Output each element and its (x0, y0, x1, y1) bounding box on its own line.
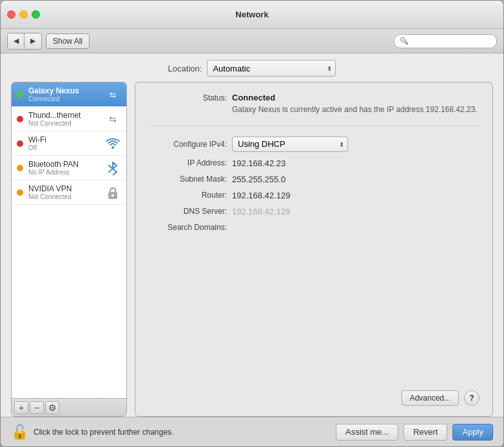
item-name-nvidia-vpn: NVIDIA VPN (28, 184, 99, 193)
item-status-wifi: Off (28, 144, 99, 151)
configure-select-wrapper: Using DHCP Manually Using BootP Off ⬍ (232, 137, 348, 152)
svg-rect-2 (111, 195, 114, 196)
vpn-lock-icon (104, 186, 121, 199)
status-row: Status: Connected Galaxy Nexus is curren… (148, 93, 480, 115)
router-row: Router: 192.168.42.129 (148, 191, 480, 200)
item-text-nvidia-vpn: NVIDIA VPN Not Connected (28, 184, 99, 200)
network-window: Network ◀ ▶ Show All 🔍 Location: Automat… (0, 0, 504, 447)
add-network-button[interactable]: + (14, 401, 28, 414)
toolbar: ◀ ▶ Show All 🔍 (1, 29, 503, 53)
location-select-wrapper: Automatic Edit Locations... ⬍ (207, 60, 336, 77)
maximize-button[interactable] (32, 10, 40, 19)
detail-panel: Status: Connected Galaxy Nexus is curren… (135, 82, 493, 417)
back-button[interactable]: ◀ (8, 33, 24, 49)
router-label: Router: (148, 191, 232, 200)
item-status-thunderbolt: Not Connected (28, 120, 99, 127)
dns-server-label: DNS Server: (148, 207, 232, 216)
galaxy-nexus-icon: ⇆ (104, 88, 121, 101)
bluetooth-icon (104, 162, 121, 175)
ip-address-row: IP Address: 192.168.42.23 (148, 158, 480, 168)
status-dot-red-wifi (17, 140, 23, 147)
item-status-bluetooth-pan: No IP Address (28, 169, 99, 176)
dns-server-value: 192.168.42.129 (232, 207, 290, 216)
status-value: Connected (232, 93, 478, 102)
advanced-button[interactable]: Advanced... (402, 390, 459, 406)
content-area: Galaxy Nexus Connected ⇆ Thund...thernet… (1, 82, 503, 417)
traffic-lights (7, 10, 40, 19)
search-input[interactable] (411, 37, 491, 46)
subnet-mask-label: Subnet Mask: (148, 175, 232, 184)
location-bar: Location: Automatic Edit Locations... ⬍ (1, 53, 503, 82)
subnet-mask-row: Subnet Mask: 255.255.255.0 (148, 175, 480, 184)
help-button[interactable]: ? (464, 390, 480, 406)
status-dot-red-thd (17, 116, 23, 122)
status-dot-orange-bt (17, 165, 23, 171)
status-dot-orange-vpn (17, 189, 23, 196)
configure-ipv4-select[interactable]: Using DHCP Manually Using BootP Off (232, 137, 348, 152)
bottom-buttons: Assist me... Revert Apply (336, 424, 493, 441)
item-name-wifi: Wi-Fi (28, 135, 99, 144)
item-text-galaxy-nexus: Galaxy Nexus Connected (28, 86, 99, 102)
window-title: Network (235, 10, 268, 19)
lock-text: Click the lock to prevent further change… (34, 428, 173, 437)
title-bar: Network (1, 1, 503, 29)
status-value-group: Connected Galaxy Nexus is currently acti… (232, 93, 478, 115)
apply-button[interactable]: Apply (452, 424, 493, 441)
sidebar-item-bluetooth-pan[interactable]: Bluetooth PAN No IP Address (12, 156, 126, 180)
forward-button[interactable]: ▶ (24, 33, 41, 49)
assist-me-button[interactable]: Assist me... (336, 424, 398, 441)
sidebar-item-galaxy-nexus[interactable]: Galaxy Nexus Connected ⇆ (12, 82, 126, 107)
sidebar-item-nvidia-vpn[interactable]: NVIDIA VPN Not Connected (12, 180, 126, 205)
minimize-button[interactable] (19, 10, 28, 19)
status-description: Galaxy Nexus is currently active and has… (232, 104, 478, 115)
ip-address-label: IP Address: (148, 158, 232, 167)
remove-network-button[interactable]: − (30, 401, 44, 414)
lock-section: 🔓 Click the lock to prevent further chan… (11, 424, 329, 441)
item-text-bluetooth-pan: Bluetooth PAN No IP Address (28, 160, 99, 176)
ip-address-value: 192.168.42.23 (232, 158, 286, 168)
item-name-thunderbolt: Thund...thernet (28, 111, 99, 120)
close-button[interactable] (7, 10, 15, 19)
wifi-icon (104, 137, 121, 150)
sidebar-list: Galaxy Nexus Connected ⇆ Thund...thernet… (12, 82, 126, 398)
location-select[interactable]: Automatic Edit Locations... (207, 60, 336, 77)
status-section: Status: Connected Galaxy Nexus is curren… (148, 93, 480, 126)
config-rows: Configure IPv4: Using DHCP Manually Usin… (148, 137, 480, 385)
sidebar: Galaxy Nexus Connected ⇆ Thund...thernet… (11, 82, 127, 417)
item-text-wifi: Wi-Fi Off (28, 135, 99, 151)
search-domains-row: Search Domains: (148, 223, 480, 232)
subnet-mask-value: 255.255.255.0 (232, 175, 286, 184)
configure-ipv4-label: Configure IPv4: (148, 140, 232, 149)
detail-footer: Advanced... ? (148, 385, 480, 406)
bottom-bar: 🔓 Click the lock to prevent further chan… (1, 417, 503, 446)
configure-ipv4-row: Configure IPv4: Using DHCP Manually Usin… (148, 137, 480, 152)
status-dot-green (17, 91, 23, 98)
item-name-bluetooth-pan: Bluetooth PAN (28, 160, 99, 169)
item-status-nvidia-vpn: Not Connected (28, 193, 99, 200)
location-label: Location: (168, 64, 202, 73)
item-status-galaxy-nexus: Connected (28, 95, 99, 102)
settings-network-button[interactable]: ⚙ (45, 401, 59, 414)
dns-server-row: DNS Server: 192.168.42.129 (148, 207, 480, 216)
search-icon: 🔍 (400, 37, 409, 45)
router-value: 192.168.42.129 (232, 191, 290, 200)
status-label: Status: (148, 93, 232, 102)
nav-button-group: ◀ ▶ (7, 33, 42, 50)
search-domains-label: Search Domains: (148, 223, 232, 232)
item-text-thunderbolt: Thund...thernet Not Connected (28, 111, 99, 127)
revert-button[interactable]: Revert (403, 424, 447, 441)
search-box: 🔍 (394, 34, 497, 48)
sidebar-item-thunderbolt[interactable]: Thund...thernet Not Connected ⇆ (12, 107, 126, 131)
item-name-galaxy-nexus: Galaxy Nexus (28, 86, 99, 95)
sidebar-toolbar: + − ⚙ (12, 398, 126, 416)
sidebar-item-wifi[interactable]: Wi-Fi Off (12, 131, 126, 156)
show-all-button[interactable]: Show All (46, 33, 90, 49)
thunderbolt-icon: ⇆ (104, 113, 121, 126)
lock-icon[interactable]: 🔓 (11, 424, 28, 441)
svg-point-0 (111, 146, 114, 149)
